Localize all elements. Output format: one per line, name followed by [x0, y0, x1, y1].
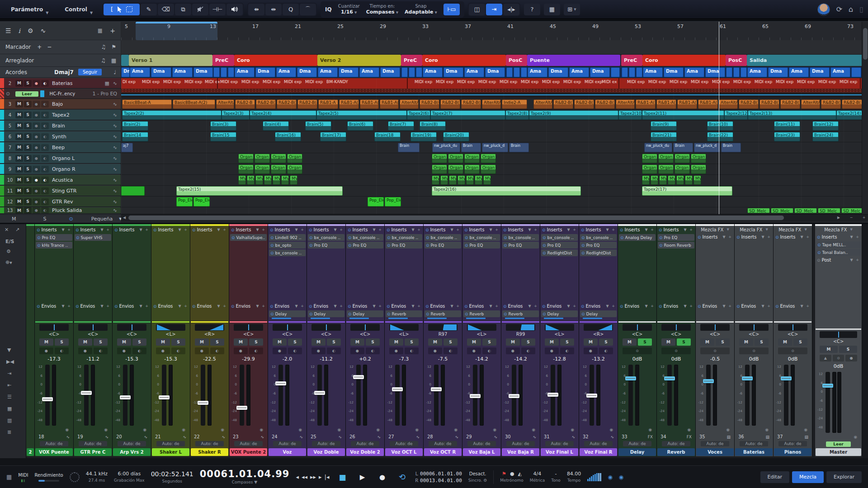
channel-strip-pianos[interactable]: Mezcla FX▼⊙Inserts▼ +⊙Envios▼ +<C>MS⊙0dB…: [774, 224, 812, 456]
power-icon[interactable]: ⊙: [270, 251, 274, 255]
fader-cap[interactable]: [431, 387, 442, 391]
header-actions[interactable]: ▼ +: [723, 235, 732, 239]
record-arm-button[interactable]: ●: [33, 198, 40, 205]
track-height-dropdown[interactable]: Pequeña: [91, 216, 113, 222]
header-actions[interactable]: ▼ +: [295, 228, 305, 232]
monitor-button[interactable]: ◐: [41, 166, 49, 173]
power-icon[interactable]: ⊙: [503, 304, 507, 309]
record-arm-button[interactable]: ●: [33, 112, 40, 118]
pan-slider[interactable]: [78, 324, 108, 331]
lane-gtr-rev[interactable]: Pop_ElePop_ElePop_ElePop_Ele: [121, 197, 868, 207]
clip[interactable]: MVI: [238, 175, 246, 185]
insert-slot[interactable]: ⊙bx_console ..: [541, 234, 578, 241]
global-solo-button[interactable]: S: [43, 216, 47, 222]
chord-block[interactable]: Dma: [380, 67, 400, 77]
insert-slot[interactable]: ⊙Analog Delay: [619, 234, 656, 241]
solo-button[interactable]: S: [24, 166, 32, 173]
track-row[interactable]: 5MS●◐Brain∿: [0, 121, 121, 131]
header-actions[interactable]: ▼ +: [684, 304, 693, 308]
solo-button[interactable]: S: [24, 207, 32, 214]
solo-button[interactable]: S: [638, 338, 652, 346]
insert-slot[interactable]: ⊙bx_console ..: [269, 249, 306, 256]
power-icon[interactable]: ⊙: [348, 228, 351, 232]
midi-clip-label[interactable]: BM-KANDY: [326, 80, 348, 84]
inserts-header[interactable]: ⊙Inserts▼ +: [462, 226, 501, 234]
power-icon[interactable]: ⊙: [817, 258, 821, 263]
insert-slot[interactable]: ⊙Pro EQ: [386, 242, 422, 249]
timestretch-button[interactable]: ⇻: [248, 4, 264, 15]
solo-button[interactable]: S: [793, 338, 807, 346]
clip[interactable]: nw_pluck_du: [644, 143, 672, 152]
record-arm-button[interactable]: ●: [195, 347, 209, 354]
chord-icon[interactable]: ♩: [113, 69, 116, 75]
power-icon[interactable]: ⊙: [37, 304, 40, 309]
send-level[interactable]: [311, 318, 330, 319]
power-icon[interactable]: ⊙: [659, 228, 662, 232]
power-icon[interactable]: ⊙: [270, 243, 274, 248]
clip[interactable]: R&B1-A: [318, 99, 338, 109]
mute-button[interactable]: M: [15, 198, 23, 205]
clip[interactable]: Tapex2(11): [642, 110, 724, 120]
clip[interactable]: Organ 0:: [448, 154, 463, 163]
channel-strip-master[interactable]: Mezcla FX▼⊙Inserts▼ +⊙Tape MELL..⊙Tonal …: [815, 224, 862, 456]
clip[interactable]: Tapex2(8): [505, 110, 529, 120]
monitor-button[interactable]: ◐: [41, 133, 49, 140]
header-actions[interactable]: ▼ +: [334, 228, 344, 232]
dim-button[interactable]: ●: [845, 355, 857, 361]
performance-meter[interactable]: Rendimiento: [35, 472, 63, 482]
track-row[interactable]: 7MS●◐Beep∿: [0, 142, 121, 153]
power-icon[interactable]: ⊙: [76, 235, 80, 240]
clip[interactable]: MVI: [693, 175, 701, 185]
power-icon[interactable]: ⊙: [114, 228, 118, 232]
power-icon[interactable]: ⊙: [69, 216, 73, 222]
fader-cap[interactable]: [586, 394, 597, 398]
power-icon[interactable]: ⊙: [542, 251, 546, 255]
mute-button[interactable]: M: [195, 338, 209, 346]
chord-block[interactable]: [213, 67, 220, 77]
fader[interactable]: [590, 365, 594, 426]
automation-mode[interactable]: Auto: de: [40, 441, 68, 446]
clip[interactable]: Brain: [673, 143, 693, 152]
arranger-section[interactable]: Coro: [234, 55, 317, 66]
collapse-icon[interactable]: ▼: [7, 347, 11, 353]
pan-slider[interactable]: [506, 324, 535, 331]
power-icon[interactable]: ⊙: [698, 304, 701, 309]
chord-block[interactable]: Ama: [276, 67, 296, 77]
monitor-button[interactable]: ◐: [94, 347, 108, 354]
clip[interactable]: MVI: [432, 175, 439, 185]
solo-button[interactable]: S: [24, 133, 32, 140]
power-icon[interactable]: ⊙: [75, 228, 79, 232]
sends-header[interactable]: ⊙Envios▼ +: [113, 302, 151, 310]
power-icon[interactable]: ⊙: [817, 250, 821, 255]
solo-button[interactable]: S: [24, 122, 32, 129]
insert-slot[interactable]: ⊙Pro EQ: [463, 242, 500, 249]
channel-options-icon[interactable]: ◉: [385, 427, 423, 433]
fader-cap[interactable]: [742, 376, 753, 380]
track-row[interactable]: 4MS●◐Tapex2∿: [0, 110, 121, 120]
clip[interactable]: Brain(6): [347, 121, 373, 131]
channel-strip-vox-puente[interactable]: ⊙Inserts▼ +⊙Pro EQ⊙kHs Trance ..⊙Envios▼…: [35, 224, 74, 456]
clip[interactable]: MVI: [659, 175, 667, 185]
send-level[interactable]: [544, 318, 563, 319]
clip[interactable]: Organ 0:: [271, 154, 286, 163]
mute-button[interactable]: M: [428, 338, 442, 346]
lane-sting-gtr[interactable]: Tapex2(15)Tapex2(16)Tapex2(17): [121, 186, 868, 197]
header-actions[interactable]: ▼ +: [412, 304, 421, 308]
channel-options-icon[interactable]: ◉: [657, 427, 695, 433]
record-arm-button[interactable]: ●: [33, 207, 40, 214]
monitor-button[interactable]: ◐: [443, 347, 458, 354]
monitor-button[interactable]: ◐: [366, 347, 380, 354]
midi-clip-label[interactable]: MIDI exp: [648, 80, 666, 84]
add-track-button[interactable]: ⊞▼: [564, 4, 580, 15]
chord-block[interactable]: Ama: [528, 67, 547, 77]
midi-clip-label[interactable]: MIDI exp: [305, 80, 323, 84]
mute-button[interactable]: M: [661, 338, 675, 346]
power-icon[interactable]: ⊙: [309, 235, 313, 240]
insert-slot[interactable]: ⊙kHs Trance ..: [36, 242, 72, 249]
insert-slot[interactable]: ⊙ValhallaSupe..: [230, 234, 267, 241]
sends-header[interactable]: ⊙Envios▼ +: [540, 302, 579, 310]
monitor-button[interactable]: ◐: [560, 347, 574, 354]
power-icon[interactable]: ⊙: [231, 228, 235, 232]
edit-view-button[interactable]: Editar: [760, 471, 790, 483]
clip[interactable]: Organ 0:: [675, 154, 690, 163]
